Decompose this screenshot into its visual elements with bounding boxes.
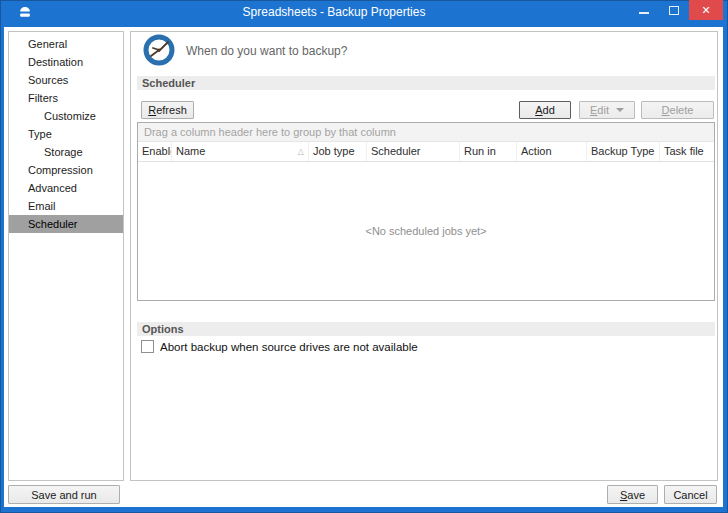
minimize-button[interactable]	[629, 0, 659, 20]
options-section-header: Options	[137, 322, 715, 336]
column-header-scheduler[interactable]: Scheduler	[367, 142, 460, 161]
column-header-backup-type[interactable]: Backup Type	[587, 142, 660, 161]
sidebar-item-general[interactable]: General	[9, 35, 123, 53]
column-header-job-type[interactable]: Job type	[309, 142, 367, 161]
sidebar-item-customize[interactable]: Customize	[9, 107, 123, 125]
sidebar-nav: General Destination Sources Filters Cust…	[8, 31, 124, 481]
delete-button[interactable]: Delete	[641, 101, 714, 119]
edit-button[interactable]: Edit	[579, 101, 635, 119]
sidebar-item-scheduler[interactable]: Scheduler	[9, 215, 123, 233]
save-button[interactable]: Save	[607, 485, 658, 504]
window-title: Spreadsheets - Backup Properties	[60, 0, 608, 27]
scheduler-section-header: Scheduler	[137, 76, 715, 90]
scheduled-jobs-table: Drag a column header here to group by th…	[137, 122, 715, 301]
scheduler-page: When do you want to backup? Scheduler Re…	[130, 31, 718, 481]
sidebar-item-type[interactable]: Type	[9, 125, 123, 143]
cancel-button[interactable]: Cancel	[664, 485, 717, 504]
dialog-content: General Destination Sources Filters Cust…	[4, 27, 723, 507]
table-header-row: Enabled Name△ Job type Scheduler Run in …	[138, 142, 714, 162]
clock-icon	[143, 34, 175, 66]
close-icon: ✕	[701, 4, 710, 17]
sidebar-item-compression[interactable]: Compression	[9, 161, 123, 179]
column-header-run-in[interactable]: Run in	[460, 142, 517, 161]
add-button[interactable]: Add	[519, 101, 571, 119]
group-by-drop-zone[interactable]: Drag a column header here to group by th…	[138, 123, 714, 142]
minimize-icon	[639, 12, 649, 14]
sidebar-item-storage[interactable]: Storage	[9, 143, 123, 161]
save-and-run-button[interactable]: Save and run	[8, 485, 120, 504]
sidebar-item-sources[interactable]: Sources	[9, 71, 123, 89]
maximize-icon	[669, 6, 679, 15]
refresh-button[interactable]: Refresh	[141, 101, 194, 119]
abort-backup-checkbox[interactable]	[141, 340, 154, 353]
sidebar-item-filters[interactable]: Filters	[9, 89, 123, 107]
column-header-name[interactable]: Name△	[172, 142, 309, 161]
backup-properties-window: Spreadsheets - Backup Properties ✕ Gener…	[0, 0, 728, 513]
maximize-button[interactable]	[659, 0, 689, 20]
column-header-action[interactable]: Action	[517, 142, 587, 161]
column-header-task-file[interactable]: Task file	[660, 142, 714, 161]
app-icon	[18, 6, 32, 20]
sidebar-item-email[interactable]: Email	[9, 197, 123, 215]
title-bar: Spreadsheets - Backup Properties ✕	[0, 0, 728, 27]
close-button[interactable]: ✕	[689, 0, 723, 20]
abort-option-row: Abort backup when source drives are not …	[141, 340, 418, 353]
table-empty-message: <No scheduled jobs yet>	[138, 162, 714, 300]
page-question: When do you want to backup?	[186, 44, 347, 58]
sort-ascending-icon: △	[298, 142, 304, 161]
abort-backup-label: Abort backup when source drives are not …	[160, 341, 418, 353]
column-header-enabled[interactable]: Enabled	[138, 142, 172, 161]
sidebar-item-destination[interactable]: Destination	[9, 53, 123, 71]
chevron-down-icon	[616, 108, 624, 112]
sidebar-item-advanced[interactable]: Advanced	[9, 179, 123, 197]
